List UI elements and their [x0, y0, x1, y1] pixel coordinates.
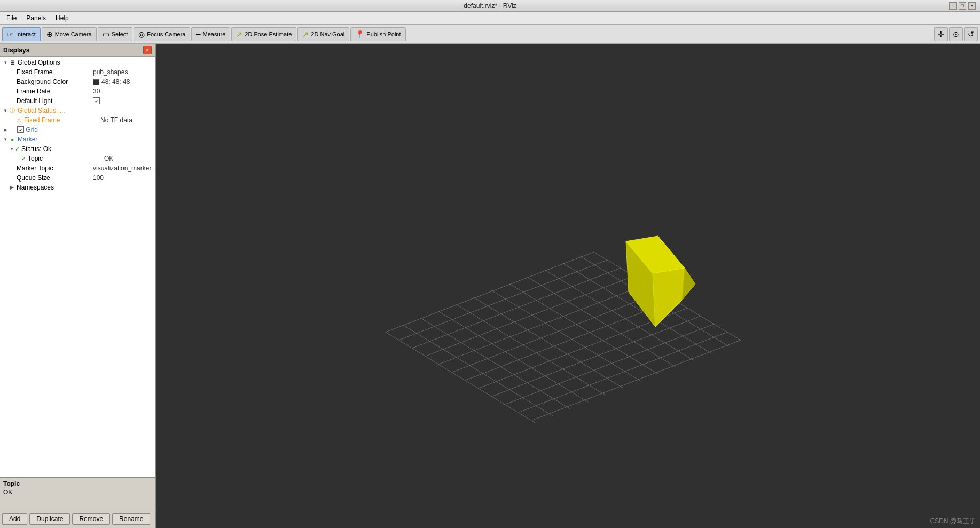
- tree-row[interactable]: ▾ ● Marker: [0, 135, 155, 144]
- status-green-icon: ●: [9, 136, 16, 143]
- displays-tree[interactable]: ▾ 🖥 Global Options Fixed Frame pub_shape…: [0, 57, 155, 477]
- remove-button[interactable]: Remove: [72, 513, 110, 525]
- tree-row[interactable]: ▾ ⓘ Global Status: ...: [0, 106, 155, 115]
- select-button[interactable]: ▭ Select: [98, 27, 133, 41]
- tree-label: ✓ Grid: [9, 126, 83, 133]
- menu-bar: File Panels Help: [0, 12, 980, 25]
- tree-row[interactable]: Marker Topic visualization_marker: [0, 163, 155, 173]
- minimize-button[interactable]: −: [949, 2, 957, 10]
- status-topic-label: Topic: [3, 480, 152, 487]
- expander-icon: [9, 69, 15, 75]
- pose-icon: ↗: [236, 30, 242, 38]
- tree-label: Fixed Frame: [22, 116, 97, 124]
- status-topic-value: OK: [3, 488, 152, 496]
- viewport-3d[interactable]: ‹: [156, 44, 980, 528]
- warning-icon: ⓘ: [9, 107, 16, 114]
- status-area: Topic OK: [0, 477, 155, 509]
- svg-rect-0: [156, 44, 980, 528]
- tree-value: OK: [101, 155, 155, 162]
- grid-label: Grid: [26, 126, 38, 133]
- tree-label: Status: Ok: [20, 145, 95, 153]
- checkbox: ✓: [17, 126, 24, 133]
- left-panel: Displays × ▾ 🖥 Global Options Fixed Fram…: [0, 44, 156, 528]
- move-camera-button[interactable]: ⊕ Move Camera: [42, 27, 97, 41]
- warning-icon: ⚠: [15, 116, 22, 124]
- expander-icon: [9, 175, 15, 181]
- expander-icon[interactable]: ▶: [9, 184, 15, 191]
- expander-icon: [9, 165, 15, 171]
- camera3d-button[interactable]: ⊙: [949, 27, 963, 41]
- tree-value: No TF data: [97, 116, 155, 124]
- interact-button[interactable]: ☞ Interact: [2, 27, 41, 41]
- tree-row[interactable]: ▶ ✓ Grid: [0, 125, 155, 135]
- tree-value: 48; 48; 48: [90, 78, 155, 85]
- expander-icon[interactable]: ▶: [2, 127, 9, 133]
- focus-camera-button[interactable]: ◎ Focus Camera: [134, 27, 190, 41]
- tree-row[interactable]: ▶ Namespaces: [0, 183, 155, 192]
- color-swatch: [93, 79, 99, 85]
- select-icon: ▭: [103, 30, 109, 38]
- tree-row[interactable]: Frame Rate 30: [0, 86, 155, 96]
- tree-row[interactable]: ▾ 🖥 Global Options: [0, 58, 155, 67]
- tree-label: Marker: [16, 136, 91, 143]
- camera-move-icon: ⊕: [46, 30, 53, 38]
- nav-icon: ↗: [302, 30, 309, 38]
- duplicate-button[interactable]: Duplicate: [29, 513, 70, 525]
- publish-point-button[interactable]: 📍 Publish Point: [350, 27, 405, 41]
- reset-button[interactable]: ↺: [964, 27, 978, 41]
- title-bar: default.rviz* - RViz − □ ×: [0, 0, 980, 12]
- tree-row[interactable]: Default Light ✓: [0, 96, 155, 106]
- nav-goal-button[interactable]: ↗ 2D Nav Goal: [297, 27, 349, 41]
- tree-row[interactable]: Fixed Frame pub_shapes: [0, 67, 155, 77]
- cursor-icon: ☞: [7, 30, 14, 38]
- tree-row[interactable]: ✓ Topic OK: [0, 154, 155, 163]
- tree-label: Topic: [26, 155, 101, 162]
- monitor-icon: 🖥: [9, 59, 16, 66]
- move3d-button[interactable]: ✛: [934, 27, 948, 41]
- tree-label: Global Options: [16, 59, 91, 66]
- window-title: default.rviz* - RViz: [464, 2, 516, 10]
- rename-button[interactable]: Rename: [112, 513, 150, 525]
- expander-icon: [15, 155, 21, 162]
- checkbox: ✓: [93, 97, 100, 104]
- tree-label: Frame Rate: [15, 88, 90, 95]
- tree-value: 100: [90, 174, 155, 182]
- expander-icon: [9, 88, 15, 94]
- tree-row[interactable]: ⚠ Fixed Frame No TF data: [0, 115, 155, 125]
- expander-icon[interactable]: ▾: [2, 136, 9, 143]
- menu-file[interactable]: File: [2, 13, 21, 23]
- restore-button[interactable]: □: [959, 2, 966, 10]
- displays-title: Displays: [3, 46, 29, 54]
- main-layout: Displays × ▾ 🖥 Global Options Fixed Fram…: [0, 44, 980, 528]
- tree-label: Namespaces: [15, 184, 90, 191]
- toolbar: ☞ Interact ⊕ Move Camera ▭ Select ◎ Focu…: [0, 25, 980, 44]
- tree-label: Global Status: ...: [16, 107, 91, 114]
- tree-value: pub_shapes: [90, 68, 155, 76]
- menu-help[interactable]: Help: [51, 13, 73, 23]
- expander-icon[interactable]: ▾: [9, 146, 15, 152]
- tree-row[interactable]: Background Color 48; 48; 48: [0, 77, 155, 86]
- displays-close-button[interactable]: ×: [143, 46, 152, 54]
- pose-estimate-button[interactable]: ↗ 2D Pose Estimate: [231, 27, 296, 41]
- bottom-buttons: Add Duplicate Remove Rename: [0, 509, 155, 528]
- tree-value: 30: [90, 88, 155, 95]
- check-icon: ✓: [21, 155, 26, 162]
- expander-icon[interactable]: ▾: [2, 107, 9, 114]
- tree-label: Default Light: [15, 97, 90, 105]
- tree-label: Background Color: [15, 78, 90, 85]
- measure-icon: ━: [196, 30, 200, 38]
- tree-label: Queue Size: [15, 174, 90, 182]
- close-button[interactable]: ×: [968, 2, 976, 10]
- tree-label: Fixed Frame: [15, 68, 90, 76]
- expander-icon: [9, 98, 15, 104]
- add-button[interactable]: Add: [2, 513, 27, 525]
- menu-panels[interactable]: Panels: [22, 13, 50, 23]
- tree-row[interactable]: Queue Size 100: [0, 173, 155, 183]
- measure-button[interactable]: ━ Measure: [191, 27, 230, 41]
- check-icon: ✓: [15, 146, 20, 153]
- expander-icon[interactable]: ▾: [2, 59, 9, 66]
- window-controls: − □ ×: [949, 2, 976, 10]
- tree-row[interactable]: ▾ ✓ Status: Ok: [0, 144, 155, 154]
- tree-value: visualization_marker: [90, 164, 155, 172]
- focus-icon: ◎: [138, 30, 145, 38]
